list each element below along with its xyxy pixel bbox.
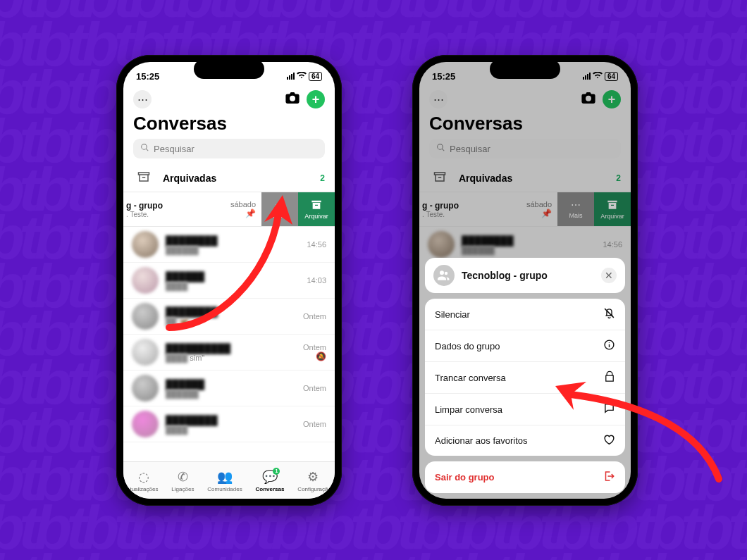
- chat-time: Ontem: [303, 312, 326, 321]
- avatar: [132, 231, 159, 258]
- ellipsis-icon: ⋯: [275, 199, 285, 211]
- sheet-item-mute[interactable]: Silenciar: [425, 299, 625, 330]
- avatar: [132, 303, 159, 330]
- search-icon: [140, 143, 149, 154]
- chat-name: g - grupo: [126, 201, 163, 211]
- chat-row[interactable]: ████████████ Ontem: [123, 371, 335, 406]
- archived-row[interactable]: Arquivadas 2: [123, 164, 335, 192]
- search-input[interactable]: Pesquisar: [133, 139, 325, 158]
- chat-snippet: . Teste.: [126, 211, 163, 218]
- avatar: [132, 411, 159, 437]
- phone-mockup-1: 15:25 64 ⋯ + Conversas: [116, 55, 342, 506]
- archive-icon: [311, 199, 322, 211]
- page-title: Conversas: [133, 113, 335, 135]
- chat-row[interactable]: ██████████████ 14:56: [123, 227, 335, 263]
- chat-clear-icon: [603, 402, 615, 416]
- archived-count: 2: [320, 173, 325, 183]
- status-time: 15:25: [136, 71, 159, 82]
- new-chat-button[interactable]: +: [307, 90, 325, 108]
- sheet-title: Tecnoblog - grupo: [462, 270, 594, 281]
- tab-chats[interactable]: 💬 1 Conversas: [256, 469, 285, 492]
- swipe-more-button[interactable]: ⋯ Mais: [261, 192, 298, 226]
- tab-settings[interactable]: ⚙ Configuraçã: [297, 469, 328, 492]
- chat-time: 14:03: [307, 276, 326, 285]
- muted-icon: 🔕: [316, 351, 326, 361]
- lock-icon: [604, 371, 615, 385]
- sheet-item-group-data[interactable]: Dados do grupo: [425, 330, 625, 362]
- pin-icon: 📌: [230, 209, 256, 218]
- chat-time: Ontem: [303, 420, 326, 428]
- chat-row[interactable]: ██████████ 14:03: [123, 263, 335, 299]
- tab-updates[interactable]: ◌ tualizações: [130, 469, 158, 492]
- chat-time: Ontem: [303, 384, 326, 392]
- close-icon: ✕: [605, 270, 613, 281]
- sheet-item-clear[interactable]: Limpar conversa: [425, 394, 625, 425]
- sheet-item-leave-group[interactable]: Sair do grupo: [425, 461, 625, 493]
- phone-mockup-2: 15:25 64 ⋯ + Conversas: [412, 55, 638, 506]
- chat-row[interactable]: ██████████████ sim" Ontem 🔕: [123, 335, 335, 371]
- chat-row[interactable]: ████████████ Ontem: [123, 406, 335, 442]
- sheet-item-lock[interactable]: Trancar conversa: [425, 362, 625, 394]
- chat-row[interactable]: ██████████ 🦋 Ontem: [123, 299, 335, 335]
- avatar: [132, 375, 159, 402]
- swipe-archive-button[interactable]: Arquivar: [298, 192, 335, 226]
- heart-icon: [603, 434, 615, 447]
- cellular-icon: [287, 73, 295, 80]
- chat-row-swiped[interactable]: g - grupo . Teste. sábado 📌 ⋯ Mais: [123, 192, 335, 227]
- chat-time: Ontem: [303, 343, 326, 351]
- wifi-icon: [297, 71, 307, 81]
- avatar: [132, 339, 159, 366]
- close-button[interactable]: ✕: [601, 268, 617, 283]
- archive-icon: [137, 171, 150, 185]
- battery-level: 64: [309, 72, 322, 81]
- group-avatar-icon: [433, 265, 455, 286]
- status-ring-icon: ◌: [138, 469, 149, 485]
- chat-time: 14:56: [307, 240, 326, 249]
- exit-icon: [603, 470, 615, 485]
- camera-button[interactable]: [285, 92, 300, 106]
- sheet-item-favorite[interactable]: Adicionar aos favoritos: [425, 425, 625, 456]
- bell-off-icon: [603, 307, 615, 321]
- phone-icon: ✆: [178, 469, 188, 485]
- archived-label: Arquivadas: [163, 173, 216, 184]
- info-icon: [603, 339, 615, 353]
- gear-icon: ⚙: [307, 469, 319, 485]
- tabbar: ◌ tualizações ✆ Ligações 👥 Comunidades 💬…: [123, 461, 335, 499]
- avatar: [132, 267, 159, 294]
- chat-time: sábado: [230, 200, 256, 209]
- people-icon: 👥: [217, 469, 233, 485]
- search-placeholder: Pesquisar: [154, 144, 195, 154]
- more-menu-button[interactable]: ⋯: [133, 90, 152, 108]
- tab-calls[interactable]: ✆ Ligações: [171, 469, 194, 492]
- tab-communities[interactable]: 👥 Comunidades: [207, 469, 242, 492]
- unread-badge: 1: [273, 468, 280, 475]
- action-sheet: Tecnoblog - grupo ✕ Silenciar Dados do g…: [425, 258, 625, 493]
